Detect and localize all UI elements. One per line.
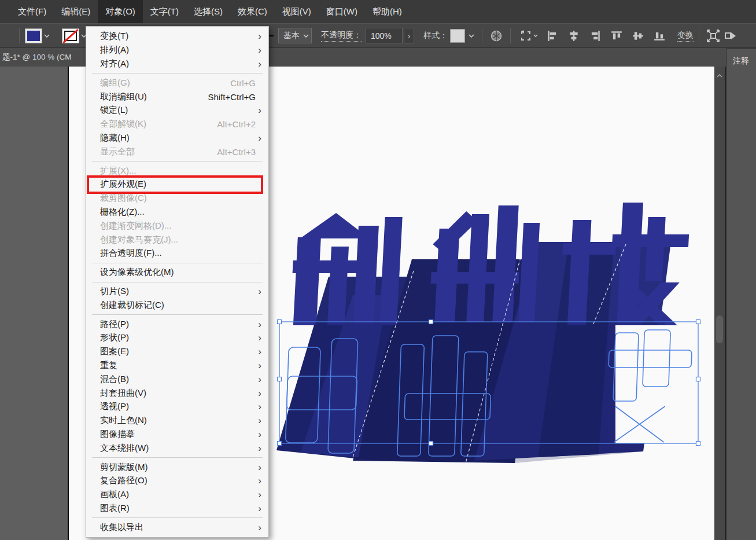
shrink-to-fit-button[interactable] [705,27,722,45]
menubar: 文件(F)编辑(E)对象(O)文字(T)选择(S)效果(C)视图(V)窗口(W)… [0,0,756,23]
submenu-arrow-icon: › [258,429,263,439]
chevron-down-icon [469,34,474,38]
menubar-item[interactable]: 效果(C) [230,0,275,23]
menu-item[interactable]: 透视(P)› [86,400,268,414]
menu-item[interactable]: 锁定(L)› [86,104,268,117]
menu-item[interactable]: 设为像素级优化(M) [86,266,268,280]
pasteboard-left [0,67,69,540]
menubar-item[interactable]: 文字(T) [143,0,186,23]
scrollbar-up-arrow[interactable] [714,71,725,80]
menu-item[interactable]: 混合(B)› [86,372,268,386]
opacity-value: 100% [371,31,392,41]
menu-item[interactable]: 隐藏(H)› [86,131,268,145]
menu-item-label: 复合路径(O) [100,475,147,486]
menu-item[interactable]: 图案(E)› [86,345,268,359]
menu-item: 显示全部Alt+Ctrl+3 [86,145,268,159]
menu-item-label: 透视(P) [100,401,129,412]
submenu-arrow-icon: › [258,133,263,143]
style-dropdown[interactable] [448,28,477,43]
menu-item[interactable]: 路径(P)› [86,317,268,331]
menu-item: 扩展(X)... [86,164,268,178]
fill-color [27,31,40,41]
fill-color-swatch[interactable] [25,28,42,43]
menu-item[interactable]: 复合路径(O)› [86,474,268,488]
menu-item-label: 剪切蒙版(M) [100,462,148,473]
menu-item-label: 文本绕排(W) [100,443,149,454]
menubar-item[interactable]: 选择(S) [186,0,230,23]
menu-item[interactable]: 收集以导出› [86,520,268,534]
document-tab[interactable]: 题-1* @ 100 % (CM [0,52,71,63]
menu-item-label: 排列(A) [100,45,129,56]
menu-item[interactable]: 对齐(A)› [86,57,268,71]
artwork-3d-text[interactable] [266,203,706,466]
menu-item[interactable]: 剪切蒙版(M)› [86,460,268,474]
menu-item[interactable]: 扩展外观(E) [86,178,268,192]
menu-item[interactable]: 排列(A)› [86,43,268,57]
submenu-arrow-icon: › [258,59,263,69]
vertical-scrollbar[interactable] [714,67,726,540]
menubar-item[interactable]: 文件(F) [10,0,54,23]
menu-item-label: 图表(R) [100,503,130,514]
menu-item: 编组(G)Ctrl+G [86,76,268,90]
fill-color-dropdown[interactable] [42,28,51,43]
menu-item[interactable]: 切片(S)› [86,285,268,299]
menu-item-shortcut: Ctrl+G [230,78,263,88]
menubar-item[interactable]: 对象(O) [98,0,143,23]
menu-item-label: 路径(P) [100,319,129,330]
menu-item-label: 混合(B) [100,374,129,385]
isolate-object-button[interactable] [722,27,739,45]
comments-panel: 注释 [726,49,756,540]
menubar-item[interactable]: 帮助(H) [365,0,410,23]
document-setup-globe-icon[interactable] [488,27,505,45]
menu-separator [92,282,263,282]
align-bottom-button[interactable] [651,27,668,45]
align-vertical-center-button[interactable] [629,27,647,45]
brush-definition-dropdown[interactable]: 基本 [278,28,312,43]
align-horizontal-center-button[interactable] [565,27,582,45]
menubar-item[interactable]: 编辑(E) [54,0,98,23]
submenu-arrow-icon: › [258,347,263,357]
menu-item[interactable]: 重复› [86,359,268,373]
scrollbar-thumb[interactable] [716,315,723,343]
menu-item[interactable]: 图表(R)› [86,502,268,516]
stroke-color-swatch[interactable] [62,28,79,43]
menu-item[interactable]: 变换(T)› [86,30,268,43]
menu-item[interactable]: 文本绕排(W)› [86,441,268,455]
menu-item[interactable]: 图像描摹› [86,428,268,442]
menu-item[interactable]: 封套扭曲(V)› [86,386,268,400]
transform-link[interactable]: 变换 [677,30,694,42]
menu-item[interactable]: 取消编组(U)Shift+Ctrl+G [86,90,268,104]
toolbar-separator [510,28,511,43]
menu-item[interactable]: 形状(P)› [86,331,268,345]
submenu-arrow-icon: › [258,402,263,412]
align-right-button[interactable] [587,27,604,45]
artboard-edge [83,67,83,540]
menu-item-label: 收集以导出 [100,522,143,533]
menu-item-label: 隐藏(H) [100,133,130,144]
menu-item-label: 锁定(L) [100,105,128,116]
artboard-tool-dropdown[interactable] [516,27,541,45]
align-top-button[interactable] [608,27,625,45]
menubar-item[interactable]: 窗口(W) [319,0,365,23]
align-left-button[interactable] [544,27,561,45]
menu-item[interactable]: 实时上色(N)› [86,414,268,428]
menu-item-label: 显示全部 [100,146,135,157]
toolbar-separator [482,28,482,43]
menu-item[interactable]: 拼合透明度(F)... [86,247,268,260]
object-menu: 变换(T)›排列(A)›对齐(A)›编组(G)Ctrl+G取消编组(U)Shif… [86,26,269,538]
menu-item-label: 裁剪图像(C) [100,193,147,204]
menubar-item[interactable]: 视图(V) [275,0,319,23]
opacity-stepper-button[interactable]: › [404,28,414,43]
opacity-link[interactable]: 不透明度： [321,30,362,42]
style-label: 样式： [423,31,448,41]
menu-item-label: 拼合透明度(F)... [100,248,162,259]
menu-item[interactable]: 栅格化(Z)... [86,205,268,219]
menu-item[interactable]: 创建裁切标记(C) [86,298,268,312]
submenu-arrow-icon: › [258,416,263,425]
menu-item-label: 图案(E) [100,346,129,357]
menu-item[interactable]: 画板(A)› [86,488,268,502]
submenu-arrow-icon: › [258,374,263,384]
align-buttons [544,27,668,45]
opacity-input[interactable]: 100% [366,28,403,43]
menu-item-label: 对齐(A) [100,58,129,69]
